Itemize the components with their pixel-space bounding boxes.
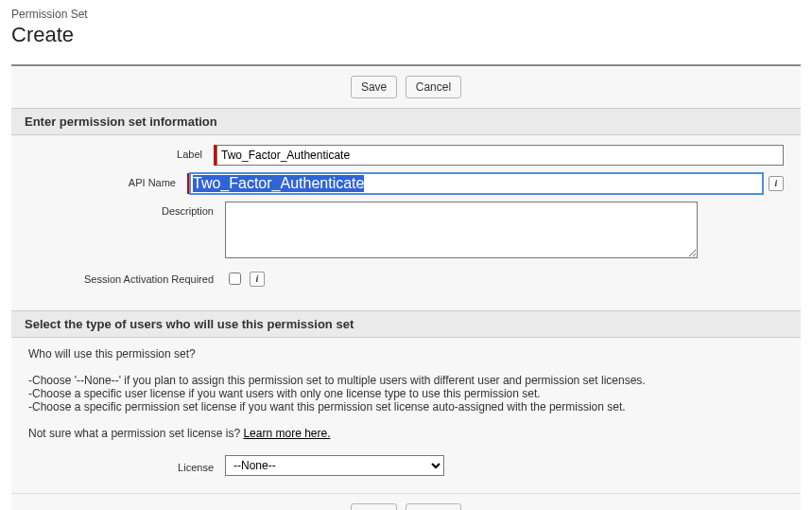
label-session-activation: Session Activation Required <box>28 270 225 285</box>
label-input[interactable] <box>216 145 784 166</box>
bottom-button-bar: Save Cancel <box>11 493 801 510</box>
api-name-input[interactable]: Two_Factor_Authenticate <box>190 173 763 194</box>
session-activation-checkbox[interactable] <box>229 273 241 285</box>
help-bullet: -Choose a specific user license if you w… <box>28 387 784 400</box>
label-license: License <box>28 458 225 473</box>
label-description: Description <box>28 202 225 217</box>
help-bullet: -Choose '--None--' if you plan to assign… <box>28 374 784 387</box>
save-button[interactable]: Save <box>351 76 397 98</box>
section-header-users: Select the type of users who will use th… <box>11 310 801 338</box>
breadcrumb-permission-set: Permission Set <box>11 8 801 21</box>
learn-more-link[interactable]: Learn more here. <box>243 427 330 440</box>
api-name-highlighted-text: Two_Factor_Authenticate <box>193 175 364 192</box>
top-button-bar: Save Cancel <box>11 66 801 108</box>
help-area: Who will use this permission set? -Choos… <box>11 338 801 493</box>
cancel-button[interactable]: Cancel <box>406 503 461 510</box>
help-bullet: -Choose a specific permission set licens… <box>28 400 784 413</box>
info-icon[interactable]: i <box>769 176 784 191</box>
save-button[interactable]: Save <box>351 503 397 510</box>
section-header-info: Enter permission set information <box>11 108 801 135</box>
cancel-button[interactable]: Cancel <box>406 76 461 98</box>
label-api-name: API Name <box>28 173 187 188</box>
info-icon[interactable]: i <box>250 272 265 287</box>
label-label: Label <box>28 145 214 160</box>
form-area-1: Label API Name Two_Factor_Authenticate i <box>11 135 801 310</box>
description-textarea[interactable] <box>225 202 698 258</box>
main-panel: Save Cancel Enter permission set informa… <box>11 64 801 510</box>
license-select[interactable]: --None-- <box>225 455 444 476</box>
learn-more-line: Not sure what a permission set license i… <box>28 427 784 440</box>
help-intro: Who will use this permission set? <box>28 347 784 361</box>
page-title: Create <box>11 23 801 47</box>
